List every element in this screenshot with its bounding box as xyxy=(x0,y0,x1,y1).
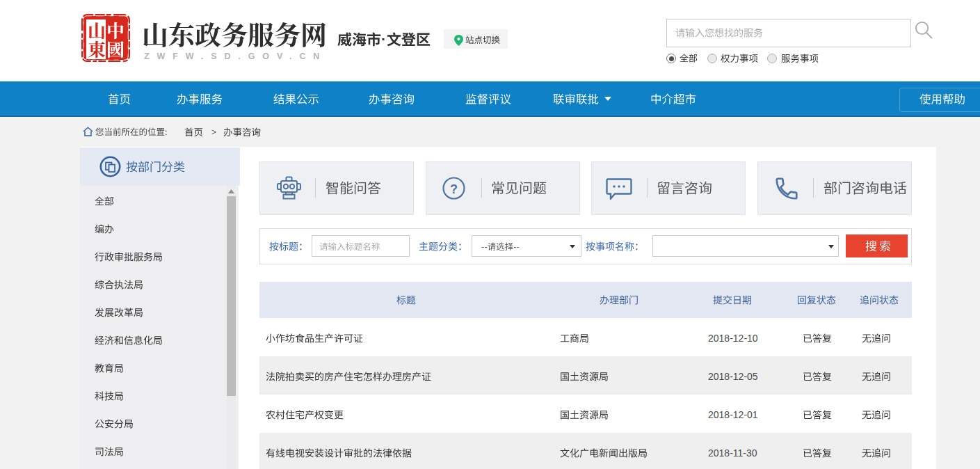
svg-text:?: ? xyxy=(450,182,458,196)
